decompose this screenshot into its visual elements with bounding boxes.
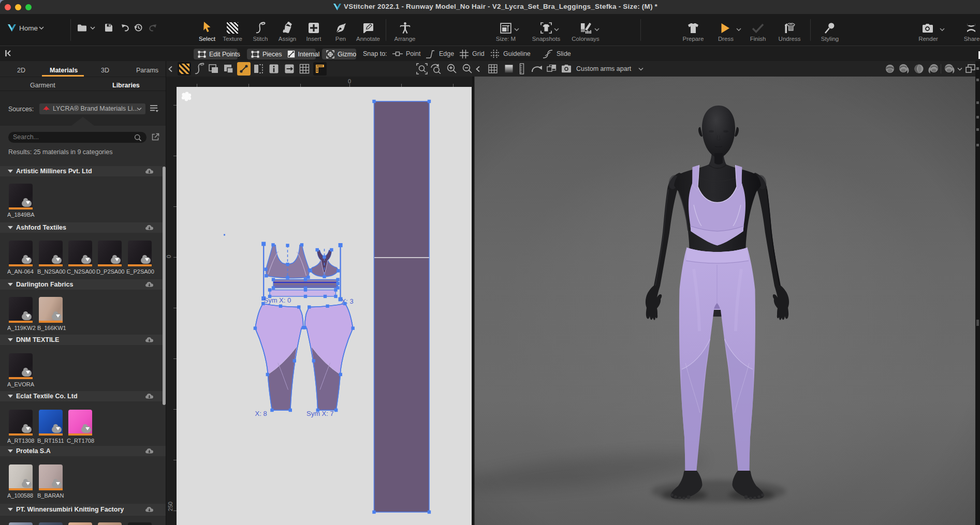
svg-text:Sym X: 0: Sym X: 0 (264, 296, 291, 304)
svg-text:X: 8: X: 8 (255, 410, 267, 417)
